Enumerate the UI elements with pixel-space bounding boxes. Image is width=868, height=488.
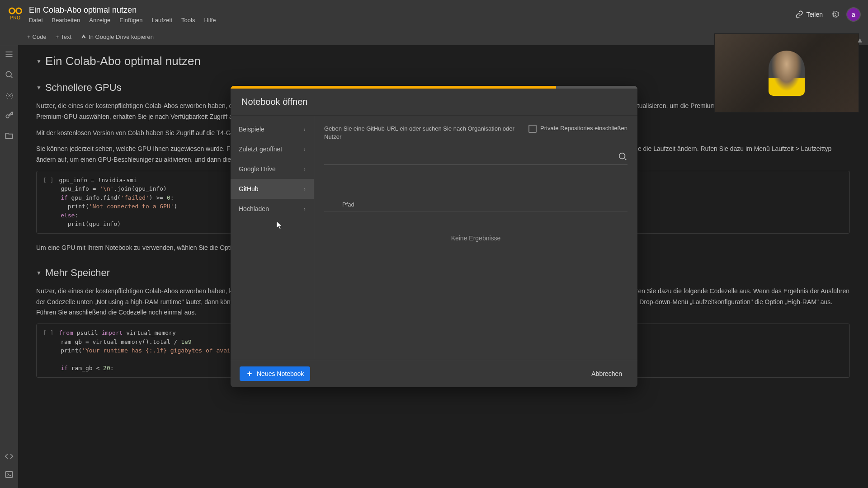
github-prompt: Geben Sie eine GitHub-URL ein oder suche… bbox=[324, 125, 519, 141]
nav-drive[interactable]: Google Drive› bbox=[231, 159, 314, 179]
svg-line-12 bbox=[625, 159, 627, 160]
cancel-button[interactable]: Abbrechen bbox=[585, 366, 628, 381]
no-results-text: Keine Ergebnisse bbox=[324, 235, 627, 242]
chevron-right-icon: › bbox=[303, 205, 306, 212]
new-notebook-button[interactable]: Neues Notebook bbox=[240, 366, 310, 381]
nav-github[interactable]: GitHub› bbox=[231, 179, 314, 199]
chevron-right-icon: › bbox=[303, 145, 306, 153]
private-repos-toggle[interactable]: Private Repositories einschließen bbox=[528, 125, 627, 133]
checkbox-icon[interactable] bbox=[528, 125, 537, 133]
chevron-right-icon: › bbox=[303, 185, 306, 192]
dialog-nav: Beispiele› Zuletzt geöffnet› Google Driv… bbox=[231, 116, 314, 360]
nav-upload[interactable]: Hochladen› bbox=[231, 199, 314, 219]
plus-icon bbox=[246, 370, 253, 377]
nav-examples[interactable]: Beispiele› bbox=[231, 119, 314, 139]
dialog-title: Notebook öffnen bbox=[231, 89, 637, 116]
open-notebook-dialog: Notebook öffnen Beispiele› Zuletzt geöff… bbox=[231, 86, 637, 387]
svg-point-11 bbox=[619, 153, 625, 159]
nav-recent[interactable]: Zuletzt geöffnet› bbox=[231, 139, 314, 159]
collapse-header-icon[interactable]: ▲ bbox=[856, 36, 863, 44]
chevron-right-icon: › bbox=[303, 126, 306, 133]
chevron-right-icon: › bbox=[303, 165, 306, 173]
webcam-overlay bbox=[714, 33, 859, 113]
path-column-header: Pfad bbox=[324, 201, 627, 212]
github-search-input[interactable] bbox=[324, 150, 618, 163]
search-icon[interactable] bbox=[618, 151, 627, 161]
